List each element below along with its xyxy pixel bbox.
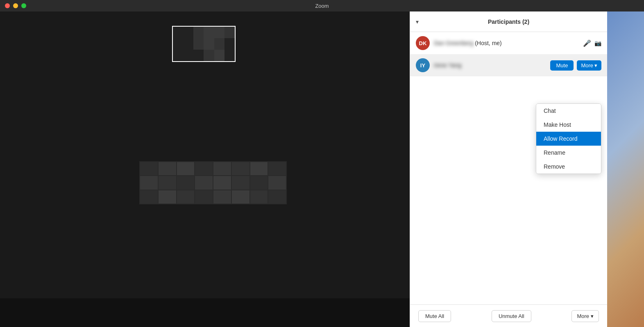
footer-more-button[interactable]: More ▾ <box>571 310 599 322</box>
blur-cell <box>232 162 249 175</box>
participant-role: (Host, me) <box>475 40 501 46</box>
avatar-initials: DK <box>419 40 427 46</box>
blur-cell <box>268 190 286 204</box>
footer-more-label: More <box>577 313 589 319</box>
participant-row: IY Irene Yang Mute More ▾ <box>410 54 607 76</box>
thumb-cell <box>183 50 193 61</box>
dropdown-menu: Chat Make Host Allow Record Rename Remov <box>536 103 601 174</box>
video-main <box>0 11 410 298</box>
video-toolbar <box>0 298 410 327</box>
thumb-cell <box>204 50 214 61</box>
dropdown-item-remove[interactable]: Remove <box>536 160 601 174</box>
blur-cell <box>268 176 286 189</box>
thumb-cell <box>204 27 214 38</box>
blur-cell <box>195 190 213 204</box>
more-label: More <box>581 62 593 69</box>
thumb-cell <box>173 27 183 38</box>
blur-cell <box>213 176 231 189</box>
main-content: ▾ Participants (2) DK Dan Greenberg (Hos… <box>0 11 644 327</box>
unmute-all-button[interactable]: Unmute All <box>492 310 531 322</box>
mic-icon: 🎤 <box>583 39 591 47</box>
blur-cell <box>250 162 268 175</box>
blur-cell <box>159 190 176 204</box>
blur-cell <box>177 162 195 175</box>
dropdown-item-chat[interactable]: Chat <box>536 104 601 118</box>
participant-name-blurred: Dan Greenberg <box>434 40 474 46</box>
blur-cell <box>250 176 268 189</box>
video-off-icon: 📷 <box>594 40 601 46</box>
participant-row: DK Dan Greenberg (Host, me) 🎤 📷 <box>410 32 607 54</box>
thumb-cell <box>173 38 183 50</box>
chevron-down-icon: ▾ <box>594 62 597 69</box>
maximize-button[interactable] <box>21 3 26 8</box>
video-blur-area <box>139 161 287 204</box>
blur-cell <box>159 162 176 175</box>
avatar-initials: IY <box>420 62 425 69</box>
blur-cell <box>250 190 268 204</box>
participants-panel: ▾ Participants (2) DK Dan Greenberg (Hos… <box>410 11 607 327</box>
dropdown-item-make-host[interactable]: Make Host <box>536 118 601 132</box>
thumb-cell <box>224 38 235 50</box>
panel-header: ▾ Participants (2) <box>410 11 607 32</box>
blur-cell <box>177 176 195 189</box>
participant-list: DK Dan Greenberg (Host, me) 🎤 📷 IY <box>410 32 607 304</box>
video-area <box>0 11 410 327</box>
mute-button[interactable]: Mute <box>550 60 574 71</box>
blur-cell <box>177 190 195 204</box>
video-thumbnail <box>172 26 236 62</box>
dropdown-item-rename[interactable]: Rename <box>536 146 601 160</box>
dropdown-item-allow-record[interactable]: Allow Record <box>536 132 601 146</box>
thumb-cell <box>173 50 183 61</box>
blur-cell <box>213 162 231 175</box>
blur-cell <box>268 162 286 175</box>
thumb-cell <box>193 27 204 38</box>
participant-name-blurred: Irene Yang <box>434 62 461 69</box>
thumb-cell <box>224 27 235 38</box>
blur-cell <box>140 162 158 175</box>
more-button[interactable]: More ▾ <box>577 60 601 71</box>
participant-controls: 🎤 📷 <box>583 39 601 47</box>
close-button[interactable] <box>5 3 10 8</box>
thumb-cell <box>193 50 204 61</box>
blur-cell <box>140 176 158 189</box>
dropdown-item-label: Allow Record <box>544 135 577 142</box>
thumb-grid <box>173 27 235 61</box>
participant-name: Dan Greenberg (Host, me) <box>434 40 579 46</box>
participant-controls-2: Mute More ▾ <box>550 60 601 71</box>
panel-title: Participants (2) <box>488 18 529 25</box>
dropdown-item-label: Remove <box>544 163 565 170</box>
traffic-lights <box>5 3 26 8</box>
blur-cell <box>213 190 231 204</box>
sidebar: ▾ Participants (2) DK Dan Greenberg (Hos… <box>410 11 644 327</box>
mac-desktop-bg <box>607 11 644 327</box>
blur-cell <box>232 176 249 189</box>
thumb-cell <box>183 27 193 38</box>
thumb-cell <box>183 38 193 50</box>
dropdown-item-label: Rename <box>544 149 565 156</box>
panel-collapse-chevron[interactable]: ▾ <box>416 18 419 25</box>
thumb-cell <box>214 38 224 50</box>
thumb-cell <box>224 50 235 61</box>
blur-cell <box>195 176 213 189</box>
avatar: DK <box>416 36 430 50</box>
thumb-cell <box>193 38 204 50</box>
blur-cell <box>159 176 176 189</box>
thumb-cell <box>214 50 224 61</box>
participant-name: Irene Yang <box>434 62 546 69</box>
panel-footer: Mute All Unmute All More ▾ <box>410 304 607 327</box>
dropdown-item-label: Chat <box>544 107 556 114</box>
app-title: Zoom <box>315 3 329 9</box>
thumb-cell <box>204 38 214 50</box>
avatar: IY <box>416 58 430 72</box>
blur-cell <box>195 162 213 175</box>
chevron-down-icon: ▾ <box>591 313 594 319</box>
title-bar: Zoom <box>0 0 644 11</box>
blur-cell <box>140 190 158 204</box>
blur-cell <box>232 190 249 204</box>
thumb-cell <box>214 27 224 38</box>
dropdown-item-label: Make Host <box>544 121 571 128</box>
minimize-button[interactable] <box>13 3 18 8</box>
mute-all-button[interactable]: Mute All <box>418 310 451 322</box>
